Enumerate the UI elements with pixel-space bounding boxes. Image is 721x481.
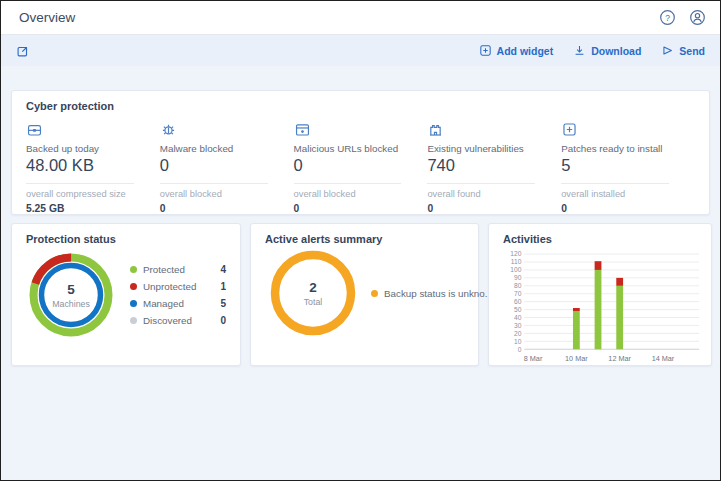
download-button[interactable]: Download bbox=[573, 44, 641, 57]
donut-center-label: Total bbox=[304, 297, 323, 307]
active-alerts-donut: 2 Total bbox=[265, 245, 361, 341]
svg-text:30: 30 bbox=[514, 322, 522, 329]
legend-item-managed[interactable]: Managed 5 bbox=[130, 295, 228, 312]
alert-dot bbox=[371, 290, 378, 297]
legend-label: Unprotected bbox=[143, 281, 196, 292]
svg-text:60: 60 bbox=[514, 298, 522, 305]
legend-label: Protected bbox=[143, 264, 185, 275]
unprotected-dot bbox=[130, 283, 137, 290]
legend-item-backup-status[interactable]: Backup status is unkno... 2 bbox=[371, 285, 500, 302]
metric-sub-label: overall found bbox=[427, 189, 561, 199]
page-title: Overview bbox=[19, 10, 75, 25]
widgets-row: Protection status 5 Machines Protected bbox=[11, 223, 710, 366]
metric-value: 5 bbox=[561, 156, 695, 175]
download-icon bbox=[573, 44, 586, 57]
svg-text:10 Mar: 10 Mar bbox=[565, 354, 588, 363]
protection-status-legend: Protected 4 Unprotected 1 Managed 5 bbox=[130, 261, 228, 329]
svg-text:90: 90 bbox=[514, 274, 522, 281]
svg-text:40: 40 bbox=[514, 314, 522, 321]
metric-label: Malicious URLs blocked bbox=[294, 143, 428, 154]
account-icon[interactable] bbox=[689, 9, 706, 26]
active-alerts-widget: Active alerts summary 2 Total Backup sta… bbox=[250, 223, 479, 366]
protected-dot bbox=[130, 266, 137, 273]
protection-status-title: Protection status bbox=[12, 224, 240, 245]
legend-value: 1 bbox=[220, 281, 228, 292]
metric-value: 48.00 KB bbox=[26, 156, 160, 175]
metric-label: Patches ready to install bbox=[561, 143, 695, 154]
metric-divider bbox=[427, 183, 535, 184]
metric-sub-label: overall compressed size bbox=[26, 189, 160, 199]
legend-value: 4 bbox=[220, 264, 228, 275]
managed-dot bbox=[130, 300, 137, 307]
activities-body: 01020304050607080901001101208 Mar10 Mar1… bbox=[489, 245, 711, 366]
metric-divider bbox=[160, 183, 268, 184]
protection-status-body: 5 Machines Protected 4 Unprotected 1 bbox=[12, 245, 240, 342]
discovered-dot bbox=[130, 317, 137, 324]
legend-item-unprotected[interactable]: Unprotected 1 bbox=[130, 278, 228, 295]
activities-widget: Activities 01020304050607080901001101208… bbox=[488, 223, 712, 366]
metric-sub-value: 0 bbox=[561, 203, 695, 214]
donut-center-label: Machines bbox=[52, 299, 90, 309]
download-label: Download bbox=[591, 45, 641, 57]
metric-divider bbox=[26, 183, 134, 184]
send-button[interactable]: Send bbox=[661, 44, 705, 57]
metric-malicious-urls[interactable]: Malicious URLs blocked 0 overall blocked… bbox=[294, 121, 428, 214]
cyber-protection-widget: Cyber protection Backed up today 48.00 K… bbox=[11, 90, 710, 215]
malware-icon bbox=[160, 121, 177, 138]
metric-patches-ready[interactable]: Patches ready to install 5 overall insta… bbox=[561, 121, 695, 214]
svg-text:?: ? bbox=[665, 13, 670, 23]
add-widget-label: Add widget bbox=[497, 45, 554, 57]
activities-title: Activities bbox=[489, 224, 711, 245]
cyber-protection-metrics: Backed up today 48.00 KB overall compres… bbox=[12, 112, 709, 214]
metric-sub-value: 0 bbox=[427, 203, 561, 214]
active-alerts-legend: Backup status is unkno... 2 bbox=[371, 285, 500, 302]
send-label: Send bbox=[679, 45, 705, 57]
donut-center-value: 5 bbox=[67, 282, 75, 297]
legend-item-protected[interactable]: Protected 4 bbox=[130, 261, 228, 278]
metric-sub-value: 0 bbox=[160, 203, 294, 214]
backup-icon bbox=[26, 121, 43, 138]
legend-value: 5 bbox=[220, 298, 228, 309]
metric-label: Backed up today bbox=[26, 143, 160, 154]
metric-label: Existing vulnerabilities bbox=[427, 143, 561, 154]
metric-value: 740 bbox=[427, 156, 561, 175]
send-icon bbox=[661, 44, 674, 57]
top-header: Overview ? bbox=[1, 1, 720, 35]
metric-sub-label: overall blocked bbox=[160, 189, 294, 199]
metric-value: 0 bbox=[160, 156, 294, 175]
metric-malware-blocked[interactable]: Malware blocked 0 overall blocked 0 bbox=[160, 121, 294, 214]
active-alerts-body: 2 Total Backup status is unkno... 2 bbox=[251, 245, 478, 341]
svg-text:14 Mar: 14 Mar bbox=[652, 354, 675, 363]
svg-text:0: 0 bbox=[518, 346, 522, 353]
svg-text:80: 80 bbox=[514, 282, 522, 289]
svg-text:70: 70 bbox=[514, 290, 522, 297]
svg-text:20: 20 bbox=[514, 330, 522, 337]
metric-sub-value: 5.25 GB bbox=[26, 203, 160, 214]
svg-text:50: 50 bbox=[514, 306, 522, 313]
vulnerability-icon bbox=[427, 121, 444, 138]
metric-sub-label: overall blocked bbox=[294, 189, 428, 199]
metric-value: 0 bbox=[294, 156, 428, 175]
metric-backed-up-today[interactable]: Backed up today 48.00 KB overall compres… bbox=[26, 121, 160, 214]
svg-text:12 Mar: 12 Mar bbox=[608, 354, 631, 363]
add-widget-button[interactable]: Add widget bbox=[479, 44, 554, 57]
metric-sub-label: overall installed bbox=[561, 189, 695, 199]
add-widget-icon bbox=[479, 44, 492, 57]
metric-sub-value: 0 bbox=[294, 203, 428, 214]
widget-toolbar: Add widget Download Send bbox=[1, 35, 720, 66]
metric-existing-vulnerabilities[interactable]: Existing vulnerabilities 740 overall fou… bbox=[427, 121, 561, 214]
protection-status-donut: 5 Machines bbox=[24, 248, 118, 342]
help-icon[interactable]: ? bbox=[659, 9, 676, 26]
cyber-protection-title: Cyber protection bbox=[12, 91, 709, 112]
legend-label: Discovered bbox=[143, 315, 192, 326]
url-icon bbox=[294, 121, 311, 138]
svg-text:120: 120 bbox=[510, 250, 521, 257]
legend-value: 0 bbox=[220, 315, 228, 326]
svg-text:8 Mar: 8 Mar bbox=[524, 354, 543, 363]
donut-center-value: 2 bbox=[309, 280, 317, 295]
popout-icon[interactable] bbox=[16, 44, 30, 58]
svg-text:100: 100 bbox=[510, 266, 521, 273]
svg-text:10: 10 bbox=[514, 338, 522, 345]
legend-item-discovered[interactable]: Discovered 0 bbox=[130, 312, 228, 329]
protection-status-widget: Protection status 5 Machines Protected bbox=[11, 223, 241, 366]
